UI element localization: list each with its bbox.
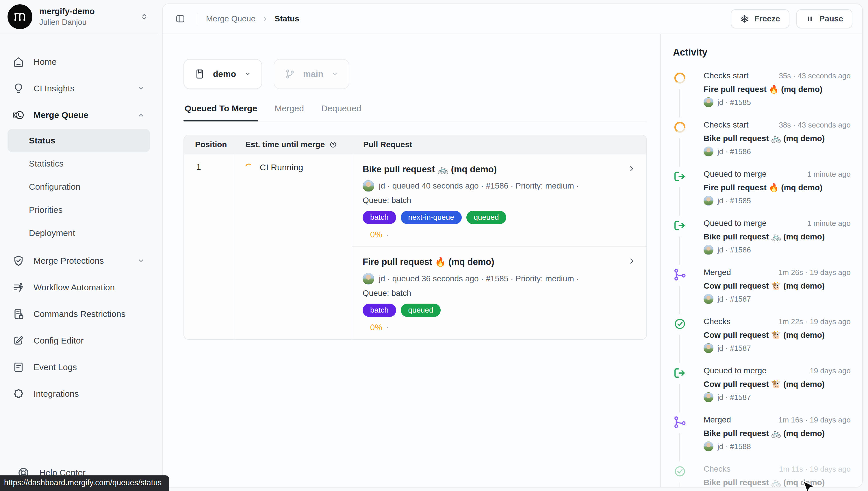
main-panel: demo main Queued To Merge M xyxy=(163,34,660,487)
branch-select-value: main xyxy=(303,69,323,79)
branch-select[interactable]: main xyxy=(274,59,349,89)
breadcrumb-parent[interactable]: Merge Queue xyxy=(206,14,255,23)
activity-event-icon xyxy=(673,219,687,232)
queue-tabs: Queued To Merge Merged Dequeued xyxy=(184,102,647,121)
pull-request-title[interactable]: Bike pull request 🚲 (mq demo) xyxy=(363,163,497,175)
activity-pr-title[interactable]: Cow pull request 🐮 (mq demo) xyxy=(704,379,851,389)
sidebar-item-ci-insights[interactable]: CI Insights xyxy=(7,75,150,102)
activity-timestamp: 35s · 43 seconds ago xyxy=(779,71,851,80)
column-est-time: Est. time until merge xyxy=(234,140,352,149)
snowflake-icon xyxy=(740,14,749,23)
activity-item[interactable]: Checks start 38s · 43 seconds ago Bike p… xyxy=(673,120,851,158)
activity-item[interactable]: Checks 1m 22s · 19 days ago Cow pull req… xyxy=(673,317,851,354)
activity-pr-meta: jd · #1585 xyxy=(717,98,751,107)
activity-pr-title[interactable]: Fire pull request 🔥 (mq demo) xyxy=(704,84,851,94)
sidebar-subitem[interactable]: Priorities xyxy=(7,198,150,222)
timeline-connector xyxy=(679,482,680,487)
sidebar-item-config-editor[interactable]: Config Editor xyxy=(7,327,150,354)
sidebar-item-home[interactable]: Home xyxy=(7,49,150,75)
sidebar-item-workflow-automation[interactable]: Workflow Automation xyxy=(7,274,150,301)
sidebar-toggle-button[interactable] xyxy=(173,11,188,27)
chevron-right-icon[interactable] xyxy=(627,164,636,173)
sidebar-subitem-label: Statistics xyxy=(29,159,64,169)
activity-item[interactable]: Queued to merge 1 minute ago Fire pull r… xyxy=(673,169,851,207)
tab-dequeued[interactable]: Dequeued xyxy=(320,102,362,121)
chevron-right-icon[interactable] xyxy=(627,257,636,265)
queue-table: Position Est. time until merge Pull Requ… xyxy=(184,135,647,340)
activity-item[interactable]: Checks 1m 11s · 19 days ago Bike pull re… xyxy=(673,464,851,487)
activity-timestamp: 1m 11s · 19 days ago xyxy=(779,465,851,474)
sidebar-item-integrations[interactable]: Integrations xyxy=(7,380,150,407)
timeline-connector xyxy=(679,187,680,216)
status-badge: queued xyxy=(401,304,441,317)
sidebar-item-merge-protections[interactable]: Merge Protections xyxy=(7,248,150,274)
sidebar-subitem[interactable]: Statistics xyxy=(7,152,150,175)
avatar xyxy=(704,245,713,255)
activity-item[interactable]: Checks start 35s · 43 seconds ago Fire p… xyxy=(673,71,851,109)
sidebar-item-event-logs[interactable]: Event Logs xyxy=(7,354,150,380)
activity-pr-title[interactable]: Bike pull request 🚲 (mq demo) xyxy=(704,478,851,487)
lightbulb-icon xyxy=(12,82,25,95)
avatar xyxy=(704,441,713,452)
pull-request-item[interactable]: Bike pull request 🚲 (mq demo) jd · queue… xyxy=(352,154,646,247)
sidebar-nav: Home CI Insights Merge Queue Status xyxy=(0,34,157,407)
sidebar-subitem-label: Deployment xyxy=(29,228,75,238)
activity-pr-title[interactable]: Bike pull request 🚲 (mq demo) xyxy=(704,429,851,438)
sidebar-subitem[interactable]: Configuration xyxy=(7,175,150,198)
badge-list: batchnext-in-queuequeued xyxy=(363,211,636,224)
activity-timestamp: 1m 22s · 19 days ago xyxy=(778,317,851,326)
timeline-connector xyxy=(679,286,680,314)
home-icon xyxy=(12,56,25,68)
timeline-connector xyxy=(679,236,680,265)
progress-percent: 0% xyxy=(370,323,382,332)
help-circle-icon[interactable] xyxy=(329,140,338,149)
sidebar-item-commands-restrictions[interactable]: Commands Restrictions xyxy=(7,301,150,327)
activity-pr-meta: jd · #1587 xyxy=(717,344,751,353)
avatar xyxy=(363,273,374,285)
shield-check-icon xyxy=(12,255,25,267)
queued-to-merge-icon xyxy=(673,219,687,232)
freeze-button[interactable]: Freeze xyxy=(731,9,789,28)
status-badge: batch xyxy=(363,211,396,224)
tab-queued-to-merge[interactable]: Queued To Merge xyxy=(184,102,258,121)
queued-to-merge-icon xyxy=(673,169,687,183)
breadcrumb: Merge Queue Status xyxy=(206,14,299,23)
org-switcher[interactable]: mergify-demo Julien Danjou xyxy=(0,0,157,34)
chevron-up-icon xyxy=(137,111,145,119)
activity-pr-title[interactable]: Bike pull request 🚲 (mq demo) xyxy=(704,232,851,241)
activity-event-icon xyxy=(673,415,687,429)
activity-pr-title[interactable]: Bike pull request 🚲 (mq demo) xyxy=(704,134,851,143)
sidebar-item-label: Integrations xyxy=(33,389,79,399)
ci-running-spinner-icon xyxy=(244,162,254,172)
pull-request-queue: Queue: batch xyxy=(363,196,636,205)
status-badge: next-in-queue xyxy=(401,211,462,224)
activity-item[interactable]: Merged 1m 26s · 19 days ago Cow pull req… xyxy=(673,268,851,305)
activity-pr-title[interactable]: Fire pull request 🔥 (mq demo) xyxy=(704,183,851,192)
pull-request-meta: jd · queued 40 seconds ago · #1586 · Pri… xyxy=(379,181,579,191)
sidebar-subitem[interactable]: Status xyxy=(7,129,150,152)
sidebar-subitem[interactable]: Deployment xyxy=(7,222,150,244)
chevron-down-icon xyxy=(331,70,339,78)
pause-button[interactable]: Pause xyxy=(796,9,853,28)
activity-item[interactable]: Queued to merge 1 minute ago Bike pull r… xyxy=(673,219,851,256)
activity-item[interactable]: Queued to merge 19 days ago Cow pull req… xyxy=(673,366,851,404)
document-lines-icon xyxy=(12,361,25,374)
activity-pr-title[interactable]: Cow pull request 🐮 (mq demo) xyxy=(704,281,851,291)
repository-select[interactable]: demo xyxy=(184,59,262,89)
column-pull-request: Pull Request xyxy=(352,140,646,149)
avatar xyxy=(704,147,713,156)
pull-request-item[interactable]: Fire pull request 🔥 (mq demo) jd · queue… xyxy=(352,247,646,339)
chevrons-up-down-icon xyxy=(140,12,149,21)
git-branch-icon xyxy=(284,68,296,80)
status-badge: batch xyxy=(363,304,396,317)
activity-pr-title[interactable]: Cow pull request 🐮 (mq demo) xyxy=(704,330,851,340)
tab-merged[interactable]: Merged xyxy=(273,102,305,121)
activity-event-label: Checks xyxy=(704,317,731,326)
pull-request-title[interactable]: Fire pull request 🔥 (mq demo) xyxy=(363,256,494,268)
activity-event-icon xyxy=(673,366,687,380)
sidebar-subitem-label: Priorities xyxy=(29,205,63,215)
activity-item[interactable]: Merged 1m 16s · 19 days ago Bike pull re… xyxy=(673,415,851,453)
activity-event-icon xyxy=(673,317,687,331)
timeline-connector xyxy=(679,433,680,462)
sidebar-item-merge-queue[interactable]: Merge Queue xyxy=(7,102,150,128)
